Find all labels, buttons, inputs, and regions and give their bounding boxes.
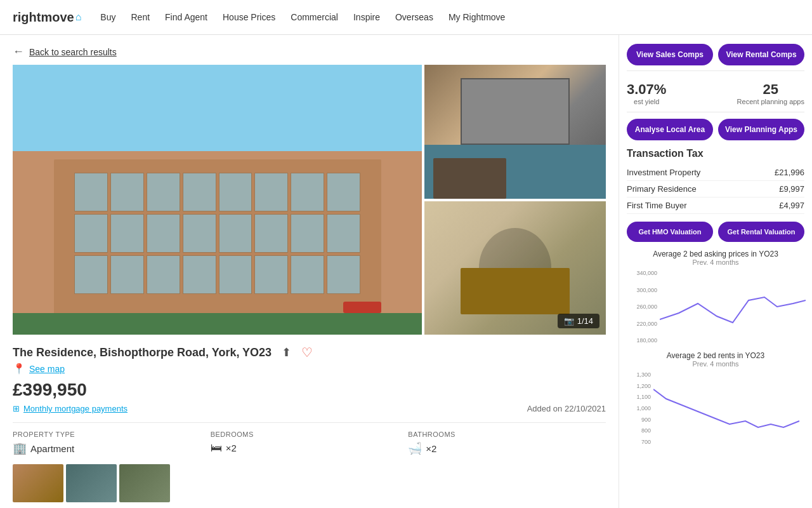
side-photos: 📷 1/14	[424, 65, 606, 335]
action-buttons: Analyse Local Area View Planning Apps	[627, 119, 804, 140]
main-nav: Buy Rent Find Agent House Prices Commerc…	[100, 12, 505, 22]
logo-text: rightmove	[13, 10, 74, 25]
est-yield-stat: 3.07% est yield	[627, 81, 666, 105]
nav-find-agent[interactable]: Find Agent	[165, 12, 207, 22]
bath-icon: 🛁	[408, 441, 422, 455]
planning-apps-value: 25	[737, 81, 804, 98]
rents-chart: Average 2 bed rents in YO23 Prev. 4 mont…	[627, 351, 804, 446]
asking-prices-chart: Average 2 bed asking prices in YO23 Prev…	[627, 250, 804, 345]
nav-my-rightmove[interactable]: My Rightmove	[449, 12, 505, 22]
camera-icon: 📷	[564, 316, 574, 326]
see-map-row[interactable]: 📍 See map	[13, 363, 606, 375]
nav-overseas[interactable]: Overseas	[395, 12, 433, 22]
chart2-label-0: 1,300	[627, 371, 653, 378]
left-panel: ← Back to search results	[0, 35, 619, 508]
see-map-link[interactable]: See map	[29, 364, 65, 374]
bedrooms: BEDROOMS 🛏 ×2	[211, 431, 409, 455]
logo[interactable]: rightmove ⌂	[13, 10, 81, 25]
property-type: PROPERTY TYPE 🏢 Apartment	[13, 431, 211, 455]
chart1-label-4: 180,000	[627, 337, 660, 344]
tax-row-1: Primary Residence £9,997	[627, 181, 804, 197]
map-pin-icon: 📍	[13, 363, 25, 375]
tax-row-0: Investment Property £21,996	[627, 164, 804, 181]
chart1-svg	[660, 269, 806, 345]
get-hmo-valuation-button[interactable]: Get HMO Valuation	[627, 222, 713, 242]
chart1-label-3: 220,000	[627, 321, 660, 327]
chart2-subtitle: Prev. 4 months	[627, 360, 804, 368]
property-address: The Residence, Bishopthorpe Road, York, …	[13, 346, 272, 359]
tax-label-1: Primary Residence	[627, 184, 697, 194]
nav-buy[interactable]: Buy	[100, 12, 115, 22]
transaction-tax-section: Transaction Tax Investment Property £21,…	[627, 148, 804, 214]
stats-row: 3.07% est yield 25 Recent planning apps	[627, 77, 804, 112]
chart1-label-1: 300,000	[627, 287, 660, 293]
right-panel: View Sales Comps View Rental Comps 3.07%…	[619, 35, 812, 508]
view-planning-apps-button[interactable]: View Planning Apps	[718, 119, 804, 140]
nav-rent[interactable]: Rent	[131, 12, 150, 22]
chart2-label-6: 700	[627, 439, 653, 445]
photo-count: 1/14	[577, 316, 593, 326]
type-value: Apartment	[30, 443, 74, 454]
chart2-label-2: 1,100	[627, 394, 653, 400]
side-photo-bottom[interactable]: 📷 1/14	[424, 201, 606, 335]
bathrooms-value: ×2	[426, 443, 436, 454]
transaction-tax-title: Transaction Tax	[627, 148, 804, 159]
chart2-label-1: 1,200	[627, 383, 653, 389]
tax-label-0: Investment Property	[627, 168, 700, 177]
est-yield-value: 3.07%	[627, 81, 666, 98]
back-bar[interactable]: ← Back to search results	[0, 35, 619, 65]
bed-icon: 🛏	[211, 441, 222, 455]
share-button[interactable]: ⬆	[282, 345, 291, 359]
tax-row-2: First Time Buyer £4,997	[627, 197, 804, 214]
photo-count-badge[interactable]: 📷 1/14	[558, 314, 599, 328]
chart1-title: Average 2 bed asking prices in YO23	[627, 250, 804, 258]
chart1-label-0: 340,000	[627, 270, 660, 276]
bathrooms-label: BATHROOMS	[408, 431, 606, 438]
view-sales-comps-button[interactable]: View Sales Comps	[627, 44, 713, 65]
chart2-title: Average 2 bed rents in YO23	[627, 351, 804, 360]
tax-value-0: £21,996	[775, 168, 804, 177]
chart2-label-3: 1,000	[627, 405, 653, 411]
nav-commercial[interactable]: Commercial	[291, 12, 338, 22]
bedrooms-value: ×2	[226, 443, 237, 453]
added-date: Added on 22/10/2021	[527, 404, 606, 413]
mortgage-link[interactable]: ⊞ Monthly mortgage payments	[13, 404, 128, 413]
tax-value-2: £4,997	[779, 201, 804, 210]
chart2-svg	[653, 370, 806, 446]
view-rental-comps-button[interactable]: View Rental Comps	[718, 44, 804, 65]
property-info: The Residence, Bishopthorpe Road, York, …	[0, 335, 619, 413]
get-rental-valuation-button[interactable]: Get Rental Valuation	[718, 222, 804, 242]
top-comps-buttons: View Sales Comps View Rental Comps	[627, 40, 804, 71]
chart1-subtitle: Prev. 4 months	[627, 258, 804, 266]
side-photo-top[interactable]	[424, 65, 606, 199]
back-to-search[interactable]: Back to search results	[29, 47, 117, 57]
nav-inspire[interactable]: Inspire	[353, 12, 380, 22]
est-yield-label: est yield	[627, 98, 666, 105]
main-photo[interactable]	[13, 65, 422, 335]
tax-value-1: £9,997	[779, 184, 804, 194]
calculator-icon: ⊞	[13, 404, 20, 413]
photo-grid: 📷 1/14	[13, 65, 606, 335]
property-details: PROPERTY TYPE 🏢 Apartment BEDROOMS 🛏 ×2 …	[13, 422, 606, 455]
chart2-label-4: 900	[627, 417, 653, 423]
mortgage-label[interactable]: Monthly mortgage payments	[23, 404, 128, 413]
back-arrow-icon: ←	[13, 45, 24, 58]
valuation-buttons: Get HMO Valuation Get Rental Valuation	[627, 222, 804, 242]
chart2-label-5: 800	[627, 427, 653, 434]
planning-apps-label: Recent planning apps	[737, 98, 804, 105]
apartment-icon: 🏢	[13, 441, 27, 455]
chart1-label-2: 260,000	[627, 304, 660, 310]
header: rightmove ⌂ Buy Rent Find Agent House Pr…	[0, 0, 812, 35]
analyse-local-area-button[interactable]: Analyse Local Area	[627, 119, 713, 140]
nav-house-prices[interactable]: House Prices	[223, 12, 275, 22]
type-label: PROPERTY TYPE	[13, 431, 211, 438]
thumb-3[interactable]	[119, 464, 170, 502]
bedrooms-label: BEDROOMS	[211, 431, 409, 438]
thumb-2[interactable]	[66, 464, 117, 502]
favourite-button[interactable]: ♡	[301, 345, 313, 360]
property-price: £399,950	[13, 380, 606, 400]
planning-apps-stat: 25 Recent planning apps	[737, 81, 804, 105]
thumbnails-row	[13, 464, 606, 502]
thumb-1[interactable]	[13, 464, 63, 502]
tax-label-2: First Time Buyer	[627, 201, 687, 210]
